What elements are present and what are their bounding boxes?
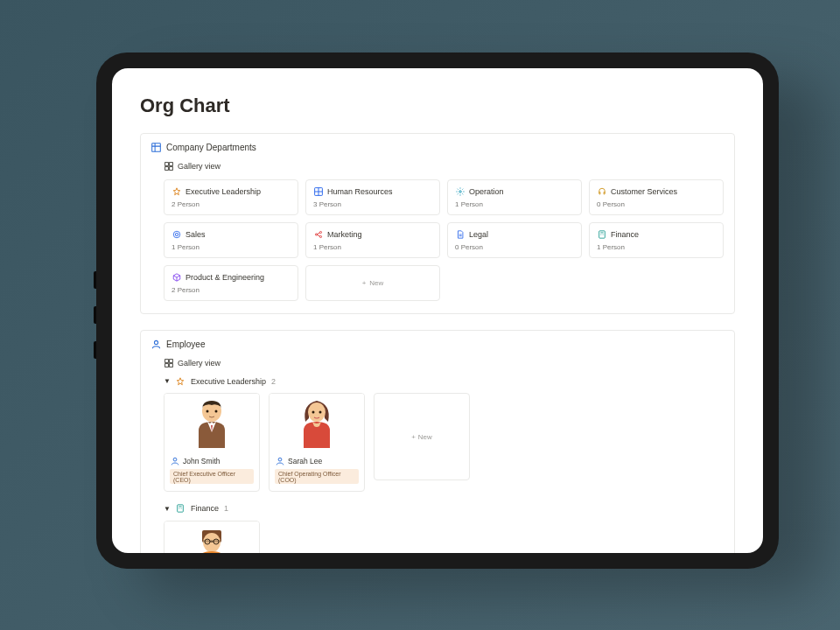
departments-db-title-row: Company Departments (151, 143, 724, 152)
departments-db-title: Company Departments (166, 143, 256, 152)
department-card[interactable]: Customer Services0 Person (589, 179, 724, 215)
gear-icon (455, 186, 465, 196)
department-count: 1 Person (455, 200, 574, 208)
svg-rect-28 (164, 363, 168, 367)
star-icon (172, 186, 181, 196)
person-icon (151, 340, 161, 349)
svg-point-40 (178, 508, 179, 509)
group-name: Finance (191, 504, 219, 513)
svg-rect-29 (169, 363, 172, 367)
tablet-side-buttons (94, 271, 96, 359)
employee-group-header[interactable]: ▼Finance1 (164, 504, 724, 514)
department-card[interactable]: Finance1 Person (589, 222, 724, 258)
svg-rect-3 (164, 162, 168, 165)
department-card[interactable]: Marketing1 Person (305, 222, 440, 258)
employee-avatar (164, 522, 259, 554)
svg-rect-0 (152, 144, 161, 152)
department-card[interactable]: Operation1 Person (447, 179, 582, 215)
department-name: Human Resources (327, 187, 393, 196)
svg-point-24 (603, 234, 604, 234)
plus-icon: + (411, 433, 416, 441)
app-screen: Org Chart Company Departments Gallery vi… (112, 68, 763, 553)
doc-icon (455, 229, 465, 239)
new-label: New (369, 279, 383, 287)
svg-point-32 (215, 410, 218, 413)
gallery-icon (164, 358, 173, 368)
departments-view-row[interactable]: Gallery view (164, 161, 724, 171)
share-icon (313, 229, 323, 239)
calc-icon (597, 229, 606, 239)
department-count: 0 Person (597, 200, 716, 208)
svg-point-31 (206, 410, 209, 413)
departments-database: Company Departments Gallery view Executi… (140, 133, 735, 314)
calc-icon (176, 504, 186, 514)
database-icon (151, 143, 161, 152)
svg-rect-27 (169, 359, 172, 362)
departments-grid: Executive Leadership2 PersonHuman Resour… (164, 179, 724, 301)
group-count: 1 (224, 504, 228, 513)
headset-icon (597, 186, 606, 196)
department-name: Executive Leadership (186, 187, 261, 196)
svg-point-34 (308, 402, 326, 422)
collapse-toggle-icon[interactable]: ▼ (164, 505, 171, 513)
svg-line-16 (317, 232, 319, 234)
new-employee-button[interactable]: +New (374, 393, 470, 480)
department-count: 3 Person (313, 200, 432, 208)
svg-point-37 (278, 458, 282, 461)
svg-point-41 (180, 508, 181, 509)
employee-name: Sarah Lee (288, 457, 322, 466)
department-count: 2 Person (172, 286, 290, 294)
department-name: Finance (611, 230, 639, 239)
svg-line-17 (317, 234, 319, 236)
svg-point-22 (599, 234, 600, 234)
star-icon (176, 376, 186, 386)
department-card[interactable]: Sales1 Person (164, 222, 298, 258)
svg-point-42 (182, 508, 183, 509)
employee-card[interactable] (164, 521, 260, 554)
employee-avatar (164, 394, 259, 452)
employee-avatar (270, 394, 364, 452)
page-title: Org Chart (140, 94, 735, 117)
grid-icon (313, 186, 323, 196)
svg-rect-4 (169, 162, 172, 165)
employee-name: John Smith (183, 457, 220, 466)
department-count: 1 Person (313, 243, 432, 251)
svg-point-12 (175, 233, 178, 235)
new-department-button[interactable]: +New (305, 265, 440, 301)
department-count: 0 Person (455, 243, 574, 251)
group-name: Executive Leadership (191, 377, 266, 386)
department-name: Product & Engineering (186, 273, 264, 282)
employee-db-title: Employee (166, 340, 205, 349)
employee-grid (164, 521, 724, 554)
svg-rect-26 (164, 359, 168, 362)
department-card[interactable]: Human Resources3 Person (305, 179, 440, 215)
department-card[interactable]: Legal0 Person (447, 222, 582, 258)
gallery-icon (164, 161, 173, 171)
employee-groups: ▼Executive Leadership2John SmithChief Ex… (151, 376, 724, 553)
employee-database: Employee Gallery view ▼Executive Leaders… (140, 330, 735, 553)
department-name: Customer Services (611, 187, 677, 196)
department-count: 1 Person (597, 243, 716, 251)
person-icon (275, 456, 284, 466)
department-count: 1 Person (172, 243, 290, 251)
tablet-frame: Org Chart Company Departments Gallery vi… (96, 52, 779, 569)
department-card[interactable]: Product & Engineering2 Person (164, 265, 298, 301)
employee-group-header[interactable]: ▼Executive Leadership2 (164, 376, 724, 386)
employee-role: Chief Executive Officer (CEO) (170, 469, 254, 484)
svg-rect-6 (169, 166, 172, 170)
department-card[interactable]: Executive Leadership2 Person (164, 179, 298, 215)
collapse-toggle-icon[interactable]: ▼ (164, 377, 171, 385)
svg-point-11 (173, 231, 180, 238)
employee-grid: John SmithChief Executive Officer (CEO)S… (164, 393, 724, 492)
svg-point-10 (458, 190, 461, 192)
employee-card[interactable]: John SmithChief Executive Officer (CEO) (164, 393, 260, 492)
svg-point-25 (154, 340, 158, 344)
employee-view-label: Gallery view (178, 359, 220, 368)
department-name: Sales (186, 230, 206, 239)
svg-point-33 (173, 458, 177, 461)
department-count: 2 Person (172, 200, 290, 208)
person-icon (170, 456, 179, 466)
employee-card[interactable]: Sarah LeeChief Operating Officer (COO) (269, 393, 365, 492)
new-label: New (418, 433, 432, 441)
employee-view-row[interactable]: Gallery view (164, 358, 724, 368)
